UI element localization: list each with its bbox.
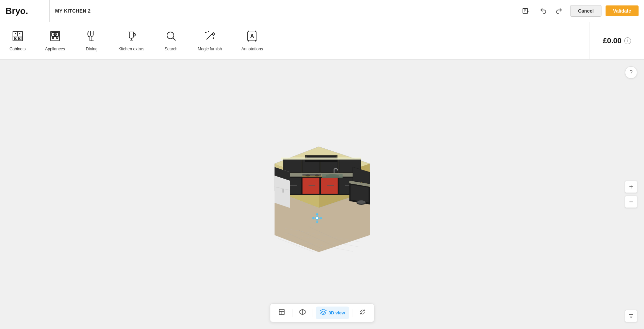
measure-icon xyxy=(359,309,366,317)
toolbar-item-magic-furnish[interactable]: Magic furnish xyxy=(188,26,232,55)
floor-plan-icon xyxy=(278,309,285,317)
svg-point-12 xyxy=(15,38,16,39)
filter-button[interactable] xyxy=(625,310,637,322)
main-canvas-area: 3D view ? + − xyxy=(0,60,644,329)
price-area: £0.00 i xyxy=(590,22,644,59)
svg-point-20 xyxy=(56,37,58,39)
toolbar-items: Cabinets Appliances xyxy=(0,22,590,59)
svg-point-100 xyxy=(316,217,318,219)
undo-redo-group xyxy=(536,5,566,17)
kitchen-3d-view[interactable] xyxy=(258,136,387,252)
appliances-label: Appliances xyxy=(45,47,65,51)
toolbar-item-kitchen-extras[interactable]: Kitchen extras xyxy=(109,26,154,55)
svg-marker-75 xyxy=(350,184,369,203)
magic-furnish-icon xyxy=(204,30,216,44)
canvas[interactable]: 3D view ? + − xyxy=(0,60,644,329)
kitchen-extras-label: Kitchen extras xyxy=(118,47,144,51)
dining-label: Dining xyxy=(86,47,98,51)
toolbar-item-cabinets[interactable]: Cabinets xyxy=(0,26,35,55)
svg-text:A: A xyxy=(250,33,254,39)
3d-icon xyxy=(320,309,327,317)
magic-furnish-label: Magic furnish xyxy=(198,47,222,51)
price-value: £0.00 xyxy=(603,36,622,45)
measure-view-button[interactable] xyxy=(355,307,370,319)
annotations-icon: A xyxy=(246,30,258,44)
svg-line-31 xyxy=(207,34,212,39)
isometric-view-button[interactable] xyxy=(295,307,310,319)
search-label: Search xyxy=(165,47,178,51)
help-button[interactable]: ? xyxy=(625,66,637,79)
dining-icon xyxy=(86,30,98,44)
cancel-button[interactable]: Cancel xyxy=(570,5,601,17)
header-actions: Cancel Validate xyxy=(520,5,639,17)
toolbar: Cabinets Appliances xyxy=(0,22,644,60)
search-icon xyxy=(165,30,177,44)
header: Bryo. MY KITCHEN 2 xyxy=(0,0,644,22)
toolbar-item-annotations[interactable]: A Annotations xyxy=(232,26,273,55)
appliances-icon xyxy=(49,30,61,44)
svg-rect-102 xyxy=(279,310,284,315)
svg-line-111 xyxy=(360,310,363,312)
toolbar-item-appliances[interactable]: Appliances xyxy=(35,26,75,55)
svg-point-93 xyxy=(357,200,365,204)
cabinets-label: Cabinets xyxy=(10,47,26,51)
redo-button[interactable] xyxy=(552,5,566,17)
undo-button[interactable] xyxy=(536,5,550,17)
toolbar-item-dining[interactable]: Dining xyxy=(75,26,109,55)
divider-3 xyxy=(352,309,352,317)
svg-point-13 xyxy=(19,38,20,39)
zoom-in-button[interactable]: + xyxy=(625,181,637,193)
3d-view-button[interactable]: 3D view xyxy=(316,307,349,319)
svg-rect-79 xyxy=(302,176,322,177)
logo: Bryo. xyxy=(5,0,50,22)
divider-1 xyxy=(292,309,292,317)
cabinets-icon xyxy=(12,30,24,44)
svg-rect-101 xyxy=(281,158,361,160)
svg-rect-53 xyxy=(284,160,301,172)
floor-plan-view-button[interactable] xyxy=(274,307,289,319)
svg-line-112 xyxy=(362,312,365,314)
edit-button[interactable] xyxy=(520,5,532,17)
bottom-toolbar: 3D view xyxy=(270,303,374,322)
3d-view-label: 3D view xyxy=(329,310,345,315)
toolbar-item-search[interactable]: Search xyxy=(154,26,188,55)
annotations-label: Annotations xyxy=(242,47,263,51)
zoom-controls: + − xyxy=(625,181,637,208)
zoom-out-button[interactable]: − xyxy=(625,196,637,208)
svg-point-9 xyxy=(19,33,20,34)
price-info-button[interactable]: i xyxy=(624,37,631,44)
svg-point-17 xyxy=(54,34,56,35)
divider-2 xyxy=(313,309,313,317)
isometric-icon xyxy=(299,309,306,317)
svg-line-30 xyxy=(173,38,176,40)
svg-point-8 xyxy=(15,33,16,34)
svg-point-70 xyxy=(326,174,339,178)
kitchen-extras-icon xyxy=(125,30,137,44)
project-title: MY KITCHEN 2 xyxy=(55,8,514,14)
validate-button[interactable]: Validate xyxy=(606,5,639,16)
